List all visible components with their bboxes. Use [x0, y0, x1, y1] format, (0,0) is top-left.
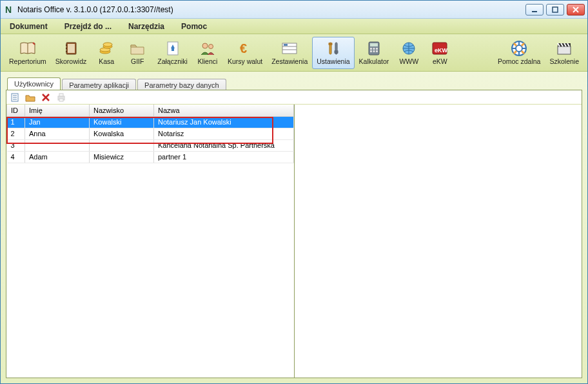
- svg-text:eKW: eKW: [435, 47, 448, 54]
- toolbar-kursy-walut[interactable]: € Kursy walut: [223, 37, 267, 69]
- window-title: Notaris Office v. 3.1.0.0 (127.0.0.1:330…: [17, 5, 173, 14]
- toolbar-ekw[interactable]: eKW eKW: [424, 37, 455, 69]
- tab-panel: ID Imię Nazwisko Nazwa 1 Jan Kowalski: [6, 90, 582, 378]
- maximize-icon: [552, 6, 558, 13]
- minimize-button[interactable]: [525, 4, 544, 15]
- tab-uzytkownicy[interactable]: Użytkownicy: [7, 77, 61, 90]
- svg-point-37: [516, 45, 522, 52]
- svg-rect-0: [532, 11, 537, 12]
- svg-rect-32: [376, 50, 378, 52]
- book-icon: [19, 40, 37, 57]
- app-icon: N: [3, 5, 14, 15]
- clapper-icon: [555, 40, 573, 57]
- menu-dokument[interactable]: Dokument: [7, 20, 50, 33]
- col-nazwa[interactable]: Nazwa: [154, 105, 294, 116]
- svg-rect-13: [172, 48, 174, 51]
- menu-narzedzia[interactable]: Narzędzia: [126, 20, 167, 33]
- maximize-button[interactable]: [546, 4, 564, 15]
- col-nazwisko[interactable]: Nazwisko: [90, 105, 154, 116]
- open-button[interactable]: [24, 92, 36, 103]
- print-button[interactable]: [55, 92, 67, 103]
- svg-rect-3: [68, 44, 75, 53]
- delete-button[interactable]: [40, 92, 52, 103]
- svg-rect-1: [553, 7, 558, 12]
- svg-point-10: [103, 43, 112, 46]
- tab-strip: Użytkownicy Parametry aplikacji Parametr…: [7, 76, 582, 90]
- svg-rect-43: [59, 99, 63, 101]
- svg-rect-20: [284, 44, 288, 46]
- toolbar-zestawienia[interactable]: Zestawienia: [267, 37, 312, 69]
- table-row[interactable]: 1 Jan Kowalski Notariusz Jan Kowalski: [7, 116, 294, 128]
- svg-rect-6: [66, 51, 67, 52]
- toolbar-szkolenie[interactable]: Szkolenie: [545, 37, 583, 69]
- table-row[interactable]: 2 Anna Kowalska Notarisz: [7, 128, 294, 139]
- svg-rect-26: [370, 43, 378, 46]
- coins-icon: [97, 40, 115, 57]
- toolbar-klienci[interactable]: Klienci: [192, 37, 223, 69]
- ekw-icon: eKW: [431, 40, 449, 57]
- users-table-wrap: ID Imię Nazwisko Nazwa 1 Jan Kowalski: [6, 105, 295, 378]
- svg-rect-38: [558, 46, 571, 54]
- toolbar-ustawienia[interactable]: Ustawienia: [312, 37, 354, 69]
- svg-rect-22: [328, 43, 332, 45]
- client-area: Użytkownicy Parametry aplikacji Parametr…: [1, 72, 587, 383]
- report-icon: [280, 40, 299, 57]
- users-table: ID Imię Nazwisko Nazwa 1 Jan Kowalski: [6, 105, 294, 163]
- toolbar-pomoc-zdalna[interactable]: Pomoc zdalna: [493, 37, 545, 69]
- empty-right-pane: [295, 105, 582, 378]
- globe-icon: [400, 40, 418, 57]
- calculator-icon: [365, 40, 383, 57]
- minimize-icon: [531, 6, 538, 13]
- svg-point-15: [208, 45, 213, 49]
- main-toolbar: Repertorium Skorowidz Kasa GIIF Załączni…: [1, 34, 587, 72]
- people-icon: [199, 40, 217, 57]
- toolbar-www[interactable]: WWW: [393, 37, 424, 69]
- svg-rect-29: [376, 48, 378, 50]
- tab-parametry-aplikacji[interactable]: Parametry aplikacji: [62, 79, 136, 90]
- close-icon: [573, 6, 579, 13]
- tab-parametry-bazy[interactable]: Parametry bazy danych: [137, 79, 226, 90]
- notebook-icon: [62, 40, 80, 57]
- tools-icon: [324, 40, 342, 57]
- delete-icon: [41, 93, 50, 102]
- svg-rect-4: [66, 45, 67, 46]
- table-row[interactable]: 3 Kancelaria Notarialna Sp. Partnerska: [7, 139, 294, 151]
- toolbar-repertorium[interactable]: Repertorium: [5, 37, 51, 69]
- panel-toolbar: [6, 90, 582, 105]
- col-id[interactable]: ID: [7, 105, 25, 116]
- folder-open-icon: [25, 92, 35, 103]
- svg-rect-42: [59, 94, 63, 96]
- svg-rect-30: [370, 50, 372, 52]
- folder-icon: [128, 40, 146, 57]
- toolbar-kalkulator[interactable]: Kalkulator: [355, 37, 394, 69]
- attachment-icon: [164, 40, 182, 57]
- print-icon: [56, 92, 66, 103]
- svg-rect-24: [334, 50, 338, 54]
- toolbar-kasa[interactable]: Kasa: [91, 37, 122, 69]
- lifebuoy-icon: [510, 40, 528, 57]
- new-button[interactable]: [9, 92, 21, 103]
- euro-icon: €: [236, 40, 254, 57]
- toolbar-skorowidz[interactable]: Skorowidz: [51, 37, 91, 69]
- svg-rect-5: [66, 48, 67, 49]
- svg-rect-27: [370, 48, 372, 50]
- toolbar-giif[interactable]: GIIF: [122, 37, 153, 69]
- window-controls: [525, 4, 585, 15]
- app-window: N Notaris Office v. 3.1.0.0 (127.0.0.1:3…: [0, 0, 588, 384]
- col-imie[interactable]: Imię: [25, 105, 90, 116]
- svg-rect-31: [373, 50, 375, 52]
- menu-przejdz-do[interactable]: Przejdź do ...: [62, 20, 114, 33]
- svg-point-14: [202, 43, 208, 48]
- menu-bar: Dokument Przejdź do ... Narzędzia Pomoc: [1, 19, 587, 34]
- title-bar: N Notaris Office v. 3.1.0.0 (127.0.0.1:3…: [1, 1, 587, 19]
- table-header-row: ID Imię Nazwisko Nazwa: [7, 105, 294, 116]
- svg-rect-28: [373, 48, 375, 50]
- table-row[interactable]: 4 Adam Misiewicz partner 1: [7, 151, 294, 163]
- menu-pomoc[interactable]: Pomoc: [179, 20, 210, 33]
- svg-text:€: €: [240, 41, 247, 56]
- close-button[interactable]: [567, 4, 585, 15]
- toolbar-zalaczniki[interactable]: Załączniki: [153, 37, 192, 69]
- new-icon: [10, 92, 20, 103]
